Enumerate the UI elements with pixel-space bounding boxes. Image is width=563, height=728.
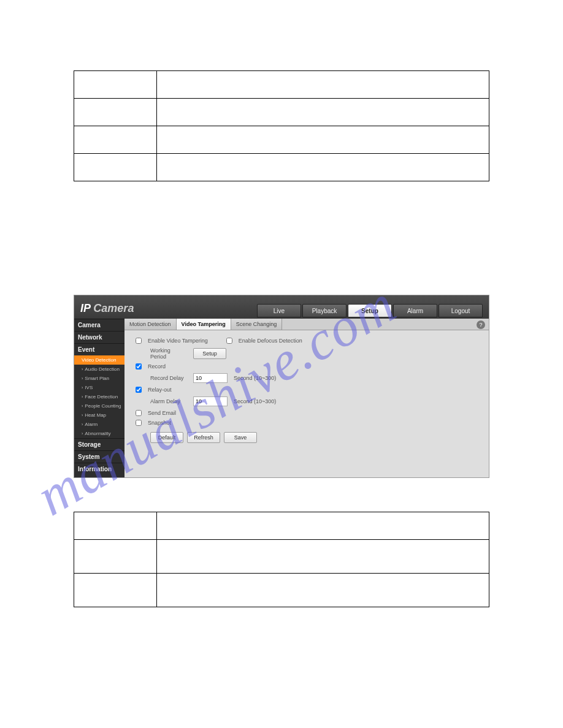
tab-setup[interactable]: Setup [348, 304, 392, 317]
snapshot-checkbox[interactable] [136, 420, 142, 426]
refresh-button[interactable]: Refresh [187, 432, 220, 443]
content-panel: ? Motion Detection Video Tampering Scene… [124, 319, 489, 477]
chevron-right-icon: › [82, 404, 83, 408]
help-icon[interactable]: ? [477, 320, 485, 329]
enable-video-tampering-label: Enable Video Tampering [148, 338, 208, 344]
alarm-delay-label: Alarm Delay [150, 398, 187, 404]
chevron-right-icon: › [82, 385, 83, 390]
alarm-delay-input[interactable] [193, 396, 228, 406]
table-cell [157, 71, 489, 99]
save-button[interactable]: Save [224, 432, 257, 443]
table-cell [157, 154, 489, 181]
table-cell [74, 540, 157, 574]
embedded-screenshot: IP Camera Live Playback Setup Alarm Logo… [74, 295, 489, 478]
main-tab-bar: Live Playback Setup Alarm Logout [257, 304, 483, 317]
record-label: Record [148, 363, 166, 370]
sidebar-sub-video-detection[interactable]: Video Detection [74, 355, 124, 365]
sidebar-item-network[interactable]: Network [74, 331, 124, 343]
enable-defocus-detection-label: Enable Defocus Detection [239, 338, 302, 344]
subtab-scene-changing[interactable]: Scene Changing [231, 319, 283, 330]
sidebar-sub-alarm[interactable]: ›Alarm [74, 420, 124, 429]
tab-alarm[interactable]: Alarm [393, 304, 437, 317]
enable-video-tampering-checkbox[interactable] [136, 338, 142, 344]
sidebar-sub-abnormality[interactable]: ›Abnormality [74, 429, 124, 438]
table-cell [157, 574, 489, 607]
subtab-motion-detection[interactable]: Motion Detection [124, 319, 177, 330]
enable-defocus-detection-checkbox[interactable] [226, 338, 232, 344]
send-email-checkbox[interactable] [136, 410, 142, 416]
table-cell [157, 126, 489, 154]
table-cell [74, 99, 157, 126]
sidebar-item-storage[interactable]: Storage [74, 438, 124, 450]
brand-logo: IP Camera [80, 302, 134, 315]
title-bar: IP Camera Live Playback Setup Alarm Logo… [74, 295, 489, 319]
table-cell [157, 512, 489, 540]
brand-prefix: IP [80, 302, 90, 314]
sidebar-sub-people-counting[interactable]: ›People Counting [74, 401, 124, 411]
send-email-label: Send Email [148, 410, 176, 416]
record-delay-input[interactable] [193, 373, 228, 383]
chevron-right-icon: › [82, 413, 83, 417]
snapshot-label: Snapshot [148, 420, 171, 426]
parameter-table-upper [74, 70, 489, 181]
chevron-right-icon: › [82, 422, 83, 427]
chevron-right-icon: › [82, 367, 83, 371]
parameter-table-lower [74, 512, 489, 607]
tab-live[interactable]: Live [257, 304, 301, 317]
chevron-right-icon: › [82, 376, 83, 381]
working-period-label: Working Period [150, 347, 187, 360]
relay-out-label: Relay-out [148, 387, 172, 393]
record-checkbox[interactable] [136, 363, 142, 370]
brand-suffix: Camera [90, 302, 134, 314]
record-delay-label: Record Delay [150, 375, 187, 381]
sidebar-item-system[interactable]: System [74, 450, 124, 463]
alarm-delay-hint: Second (10~300) [234, 398, 276, 404]
tab-playback[interactable]: Playback [302, 304, 347, 317]
sidebar-item-event[interactable]: Event [74, 343, 124, 355]
table-cell [157, 99, 489, 126]
sidebar-sub-audio-detection[interactable]: ›Audio Detection [74, 365, 124, 374]
table-cell [74, 71, 157, 99]
default-button[interactable]: Default [150, 432, 183, 443]
sidebar-item-information[interactable]: Information [74, 463, 124, 475]
table-cell [74, 574, 157, 607]
sub-tab-bar: Motion Detection Video Tampering Scene C… [124, 319, 489, 330]
sidebar-sub-smart-plan[interactable]: ›Smart Plan [74, 374, 124, 383]
relay-out-checkbox[interactable] [136, 387, 142, 393]
sidebar-nav: Camera Network Event Video Detection ›Au… [74, 319, 124, 477]
table-cell [157, 540, 489, 574]
setup-button[interactable]: Setup [193, 348, 226, 359]
chevron-right-icon: › [82, 431, 83, 436]
record-delay-hint: Second (10~300) [234, 375, 276, 381]
chevron-right-icon: › [82, 395, 83, 399]
sidebar-sub-face-detection[interactable]: ›Face Detection [74, 392, 124, 401]
table-cell [74, 512, 157, 540]
sidebar-sub-heat-map[interactable]: ›Heat Map [74, 411, 124, 420]
sidebar-item-camera[interactable]: Camera [74, 319, 124, 331]
sidebar-sub-ivs[interactable]: ›IVS [74, 383, 124, 392]
subtab-video-tampering[interactable]: Video Tampering [177, 319, 231, 330]
table-cell [74, 154, 157, 181]
tab-logout[interactable]: Logout [439, 304, 483, 317]
table-cell [74, 126, 157, 154]
